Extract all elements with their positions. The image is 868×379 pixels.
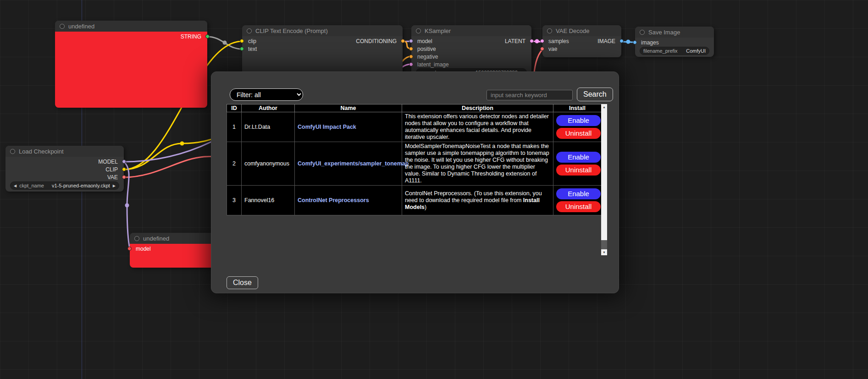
node-graph-canvas[interactable]: undefined STRING CLIP Text Encode (Promp…: [0, 0, 868, 379]
node-title: VAE Decode: [556, 27, 589, 34]
cell-description: This extension offers various detector n…: [402, 112, 553, 142]
extension-link[interactable]: ComfyUI_experiments/sampler_tonemap: [298, 160, 409, 167]
widget-label: ckpt_name: [19, 183, 44, 188]
node-body: images filename_prefix ComfyUI: [635, 38, 714, 57]
output-dot-image[interactable]: [619, 39, 624, 43]
output-slot-label: STRING: [181, 33, 201, 40]
output-slot-label: IMAGE: [597, 38, 615, 44]
cell-install: Enable Uninstall: [553, 142, 602, 186]
input-slot-label: latent_image: [417, 61, 449, 68]
collapse-dot-icon[interactable]: [10, 149, 15, 154]
cell-name: ComfyUI Impact Pack: [295, 112, 402, 142]
scrollbar-up-icon[interactable]: ▲: [601, 104, 607, 110]
node-title: Save Image: [648, 29, 680, 36]
cell-id: 2: [227, 142, 242, 186]
decrement-arrow-icon[interactable]: ◀: [14, 184, 17, 188]
node-vae-decode[interactable]: VAE Decode samples vae IMAGE: [542, 25, 621, 57]
enable-button[interactable]: Enable: [556, 152, 601, 163]
node-title: Load Checkpoint: [19, 148, 64, 155]
input-dot-positive[interactable]: [409, 47, 413, 51]
output-slot-label: MODEL: [98, 159, 118, 165]
cell-install: Enable Uninstall: [553, 112, 602, 142]
output-slot-label: VAE: [107, 174, 118, 181]
table-row: 3 Fannovel16 ControlNet Preprocessors Co…: [227, 186, 602, 215]
node-body: STRING: [55, 32, 207, 108]
input-dot-model[interactable]: [127, 247, 132, 251]
extensions-table: ID Author Name Description Install 1 Dr.…: [227, 104, 602, 215]
uninstall-button[interactable]: Uninstall: [556, 201, 601, 212]
cell-description: ModelSamplerTonemapNoiseTest a node that…: [402, 142, 553, 186]
enable-button[interactable]: Enable: [556, 115, 601, 126]
output-dot-latent[interactable]: [530, 39, 534, 43]
node-undefined-top[interactable]: undefined STRING: [55, 21, 207, 108]
search-button[interactable]: Search: [577, 88, 613, 101]
output-dot-model[interactable]: [122, 159, 126, 164]
input-slot-label: vae: [548, 46, 557, 52]
input-slot-label: model: [136, 246, 151, 252]
close-button[interactable]: Close: [227, 276, 258, 289]
widget-value: ComfyUI: [686, 48, 706, 54]
collapse-dot-icon[interactable]: [640, 30, 645, 35]
table-row: 1 Dr.Lt.Data ComfyUI Impact Pack This ex…: [227, 112, 602, 142]
input-dot-negative[interactable]: [409, 55, 413, 59]
header-name: Name: [295, 104, 402, 112]
node-load-checkpoint[interactable]: Load Checkpoint MODEL CLIP VAE ◀ ckp: [6, 146, 124, 192]
cell-name: ComfyUI_experiments/sampler_tonemap: [295, 142, 402, 186]
collapse-dot-icon[interactable]: [547, 28, 552, 33]
node-body: model positive negative latent_image LAT…: [411, 36, 531, 77]
uninstall-button[interactable]: Uninstall: [556, 165, 601, 176]
scrollbar-thumb[interactable]: [601, 110, 607, 240]
cell-author: Fannovel16: [242, 186, 295, 215]
cell-id: 3: [227, 186, 242, 215]
table-header-row: ID Author Name Description Install: [227, 104, 602, 112]
node-body: clip text CONDITIONING: [242, 36, 403, 77]
increment-arrow-icon[interactable]: ▶: [113, 184, 116, 188]
output-dot-vae[interactable]: [122, 175, 126, 179]
filter-select[interactable]: Filter: all: [230, 88, 303, 101]
input-dot-latent-image[interactable]: [409, 62, 413, 66]
output-dot-conditioning[interactable]: [401, 39, 405, 43]
extension-link[interactable]: ComfyUI Impact Pack: [298, 124, 356, 130]
collapse-dot-icon[interactable]: [134, 236, 139, 241]
output-dot-string[interactable]: [205, 34, 210, 38]
node-header[interactable]: VAE Decode: [542, 25, 621, 36]
node-title: CLIP Text Encode (Prompt): [255, 27, 328, 34]
input-dot-images[interactable]: [633, 40, 637, 44]
wire-clip-2-midpoint-dot: [180, 142, 184, 146]
output-dot-clip[interactable]: [122, 167, 126, 171]
output-slot-label: LATENT: [505, 38, 525, 44]
uninstall-button[interactable]: Uninstall: [556, 128, 601, 139]
extension-link[interactable]: ControlNet Preprocessors: [298, 197, 369, 203]
description-text: ControlNet Preprocessors. (To use this e…: [405, 190, 542, 203]
cell-description: ControlNet Preprocessors. (To use this e…: [402, 186, 553, 215]
node-header[interactable]: CLIP Text Encode (Prompt): [242, 25, 403, 36]
input-dot-vae[interactable]: [540, 47, 544, 51]
input-dot-text[interactable]: [240, 47, 244, 51]
scrollbar-down-icon[interactable]: ▼: [601, 249, 607, 255]
output-slot-label: CONDITIONING: [356, 38, 397, 44]
search-input[interactable]: [487, 90, 573, 100]
node-ksampler[interactable]: KSampler model positive negative latent_…: [411, 25, 531, 77]
node-clip-text-encode[interactable]: CLIP Text Encode (Prompt) clip text COND…: [242, 25, 403, 77]
node-title: KSampler: [425, 27, 451, 34]
collapse-dot-icon[interactable]: [247, 28, 252, 33]
node-header[interactable]: undefined: [55, 21, 207, 32]
node-save-image[interactable]: Save Image images filename_prefix ComfyU…: [635, 27, 714, 57]
header-id: ID: [227, 104, 242, 112]
table-scrollbar[interactable]: ▲ ▼: [601, 104, 607, 255]
collapse-dot-icon[interactable]: [60, 24, 65, 29]
wire-string: [207, 37, 242, 49]
filename-prefix-widget[interactable]: filename_prefix ComfyUI: [640, 47, 709, 55]
collapse-dot-icon[interactable]: [416, 28, 421, 33]
header-author: Author: [242, 104, 295, 112]
ckpt-name-widget[interactable]: ◀ ckpt_name v1-5-pruned-emaonly.ckpt ▶: [10, 181, 119, 190]
input-slot-label: negative: [417, 54, 438, 60]
widget-value: v1-5-pruned-emaonly.ckpt: [52, 183, 110, 188]
node-body: MODEL CLIP VAE ◀ ckpt_name v1-5-pruned-e…: [6, 157, 124, 192]
node-header[interactable]: Save Image: [635, 27, 714, 38]
node-header[interactable]: Load Checkpoint: [6, 146, 124, 157]
enable-button[interactable]: Enable: [556, 188, 601, 199]
extensions-table-wrap: ID Author Name Description Install 1 Dr.…: [227, 104, 607, 255]
node-header[interactable]: KSampler: [411, 25, 531, 36]
node-title: undefined: [68, 23, 94, 30]
